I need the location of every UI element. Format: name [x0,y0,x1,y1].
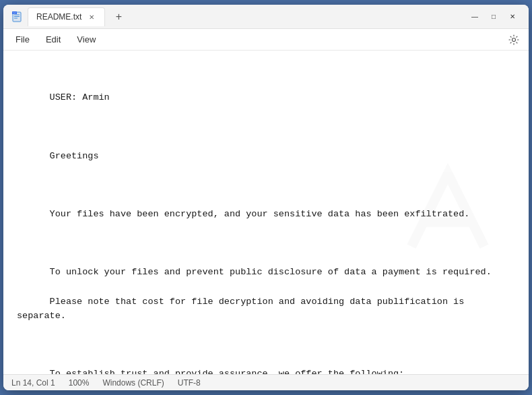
line-8: Please note that cost for file decryptio… [17,297,469,322]
line-10: To establish trust and provide assurance… [50,369,405,374]
main-window: TXT README.txt ✕ + — □ ✕ File Edit View [3,5,529,390]
editor-area: USER: Armin Greetings Your files have be… [3,51,529,374]
line-ending: Windows (CRLF) [102,378,164,388]
line-1: USER: Armin [50,92,110,102]
tab-label: README.txt [36,12,81,22]
add-tab-button[interactable]: + [110,9,127,25]
active-tab[interactable]: README.txt ✕ [28,7,105,26]
menu-view[interactable]: View [70,32,102,47]
cursor-position: Ln 14, Col 1 [11,378,55,388]
tab-close-button[interactable]: ✕ [87,12,96,22]
line-3: Greetings [50,151,99,161]
text-editor[interactable]: USER: Armin Greetings Your files have be… [3,51,529,374]
title-bar: TXT README.txt ✕ + — □ ✕ [3,5,529,29]
menu-edit[interactable]: Edit [39,32,67,47]
zoom-level: 100% [69,378,90,388]
window-controls: — □ ✕ [467,9,521,25]
encoding: UTF-8 [178,378,201,388]
close-button[interactable]: ✕ [504,9,521,25]
maximize-button[interactable]: □ [486,9,502,25]
menu-bar-right [504,30,523,49]
app-icon: TXT [11,11,22,22]
minimize-button[interactable]: — [467,9,483,25]
settings-icon[interactable] [504,30,523,49]
line-5: Your files have been encrypted, and your… [50,209,470,219]
svg-text:TXT: TXT [13,11,17,14]
title-bar-left: TXT README.txt ✕ + [11,7,467,26]
line-7: To unlock your files and prevent public … [50,267,492,277]
menu-file[interactable]: File [9,32,36,47]
menu-bar: File Edit View [3,29,529,51]
status-bar: Ln 14, Col 1 100% Windows (CRLF) UTF-8 [3,374,529,390]
